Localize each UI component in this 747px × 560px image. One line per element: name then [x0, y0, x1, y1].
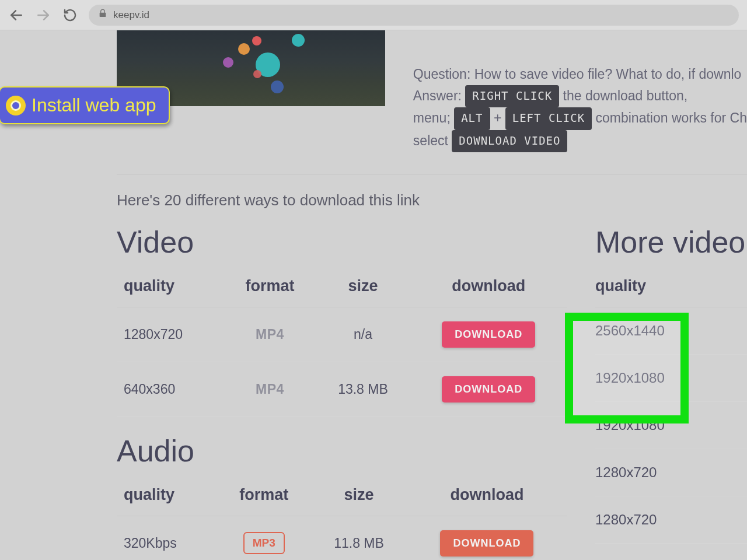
table-row: 640x360 MP4 13.8 MB DOWNLOAD — [117, 362, 567, 416]
more-video-section-title: More video — [595, 225, 747, 260]
cell-size: 13.8 MB — [316, 362, 410, 416]
back-button[interactable] — [8, 7, 25, 23]
cell-format: MP4 — [256, 327, 284, 342]
audio-section-title: Audio — [117, 433, 567, 468]
list-item[interactable]: 1920x1080 — [595, 402, 747, 449]
reload-button[interactable] — [62, 7, 78, 23]
col-download: download — [407, 477, 567, 516]
ways-heading: Here's 20 different ways to download thi… — [117, 191, 747, 209]
col-format: format — [224, 268, 316, 307]
col-download: download — [410, 268, 567, 307]
address-bar[interactable]: keepv.id — [89, 5, 739, 26]
url-text: keepv.id — [113, 9, 149, 21]
table-row: 320Kbps MP3 11.8 MB DOWNLOAD — [117, 516, 567, 560]
forward-button[interactable] — [35, 7, 51, 23]
col-quality: quality — [117, 477, 217, 516]
video-section-title: Video — [117, 225, 567, 260]
divider — [117, 174, 747, 175]
cell-format: MP3 — [243, 532, 285, 554]
lock-icon — [98, 9, 107, 21]
audio-table: quality format size download 320Kbps MP3… — [117, 477, 567, 560]
col-format: format — [217, 477, 311, 516]
install-web-app-badge[interactable]: Install web app — [0, 86, 170, 124]
faq-question-prefix: Question: — [413, 66, 474, 82]
cell-quality: 640x360 — [117, 362, 224, 416]
col-quality: quality — [117, 268, 224, 307]
video-table: quality format size download 1280x720 MP… — [117, 268, 567, 417]
cell-size: n/a — [316, 307, 410, 362]
col-quality: quality — [595, 268, 747, 307]
download-button[interactable]: DOWNLOAD — [442, 376, 535, 402]
more-video-list: quality 2560x1440 1920x1080 1920x1080 12… — [595, 268, 747, 544]
download-button[interactable]: DOWNLOAD — [440, 530, 533, 556]
table-row: 1280x720 MP4 n/a DOWNLOAD — [117, 307, 567, 362]
list-item[interactable]: 2560x1440 — [595, 307, 747, 355]
col-size: size — [316, 268, 410, 307]
cell-size: 11.8 MB — [311, 516, 407, 560]
kbd-left-click: LEFT CLICK — [505, 107, 592, 130]
list-item[interactable]: 1920x1080 — [595, 355, 747, 402]
cell-format: MP4 — [256, 382, 284, 397]
download-button[interactable]: DOWNLOAD — [442, 321, 535, 348]
install-web-app-label: Install web app — [32, 94, 156, 116]
cell-quality: 320Kbps — [117, 516, 217, 560]
kbd-download-video: DOWNLOAD VIDEO — [452, 130, 567, 152]
kbd-alt: ALT — [454, 107, 490, 130]
faq-text: Question: How to save video file? What t… — [413, 30, 747, 152]
kbd-right-click: RIGHT CLICK — [465, 85, 559, 107]
faq-question: How to save video file? What to do, if d… — [474, 66, 742, 82]
chrome-icon — [6, 96, 26, 116]
cell-quality: 1280x720 — [117, 307, 224, 362]
faq-answer-prefix: Answer: — [413, 88, 465, 103]
list-item[interactable]: 1280x720 — [595, 449, 747, 496]
list-item[interactable]: 1280x720 — [595, 496, 747, 544]
browser-toolbar: keepv.id — [0, 0, 747, 30]
col-size: size — [311, 477, 407, 516]
